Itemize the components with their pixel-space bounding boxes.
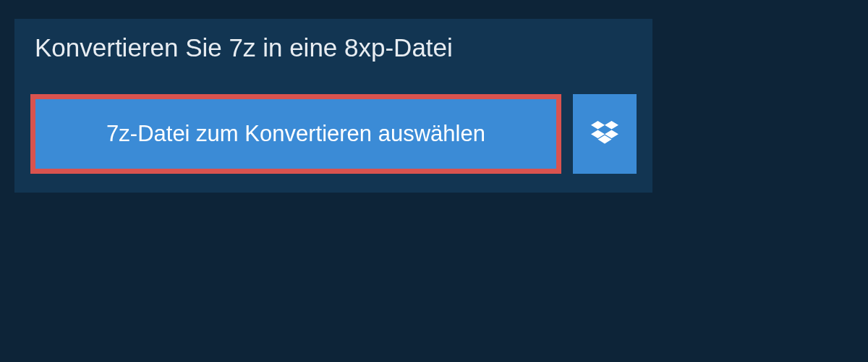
action-row: 7z-Datei zum Konvertieren auswählen [14,78,652,193]
dropbox-button[interactable] [573,94,637,174]
select-file-button-highlight: 7z-Datei zum Konvertieren auswählen [30,94,561,174]
select-file-button[interactable]: 7z-Datei zum Konvertieren auswählen [35,99,556,169]
dropbox-icon [591,119,618,149]
page-title: Konvertieren Sie 7z in eine 8xp-Datei [14,19,473,78]
converter-panel: Konvertieren Sie 7z in eine 8xp-Datei 7z… [14,19,652,193]
